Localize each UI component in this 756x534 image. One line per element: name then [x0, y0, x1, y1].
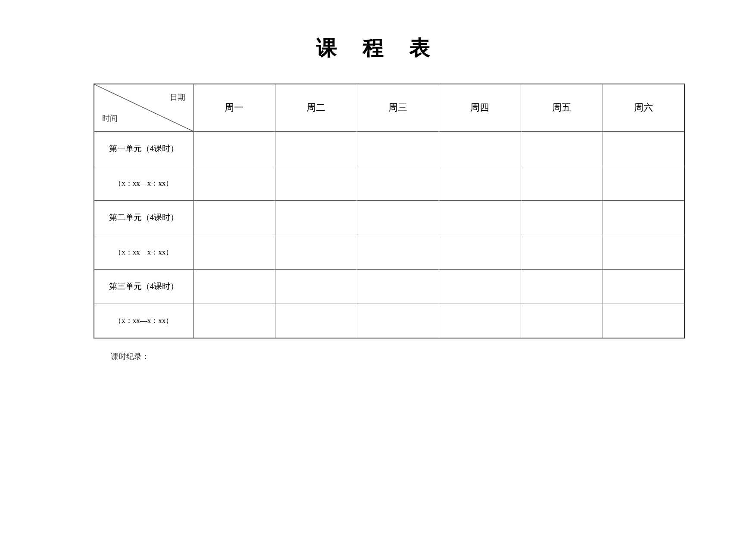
- schedule-cell[interactable]: [193, 166, 275, 200]
- page-container: 课 程 表 时间 日期: [76, 0, 680, 379]
- schedule-cell[interactable]: [603, 131, 684, 166]
- day-saturday: 周六: [603, 84, 684, 131]
- schedule-cell[interactable]: [275, 304, 357, 338]
- schedule-cell[interactable]: [439, 166, 521, 200]
- time-row: （x：xx—x：xx）: [94, 166, 684, 200]
- schedule-cell[interactable]: [521, 166, 603, 200]
- schedule-cell[interactable]: [603, 166, 684, 200]
- schedule-cell[interactable]: [193, 304, 275, 338]
- day-tuesday: 周二: [275, 84, 357, 131]
- schedule-cell[interactable]: [521, 235, 603, 269]
- day-thursday: 周四: [439, 84, 521, 131]
- schedule-cell[interactable]: [275, 235, 357, 269]
- schedule-cell[interactable]: [357, 269, 439, 304]
- schedule-cell[interactable]: [357, 200, 439, 235]
- schedule-cell[interactable]: [275, 200, 357, 235]
- unit-label: 第一单元（4课时）: [94, 131, 193, 166]
- time-label: （x：xx—x：xx）: [94, 235, 193, 269]
- schedule-cell[interactable]: [357, 235, 439, 269]
- schedule-cell[interactable]: [521, 269, 603, 304]
- schedule-cell[interactable]: [603, 269, 684, 304]
- corner-cell: 时间 日期: [94, 84, 193, 131]
- schedule-cell[interactable]: [439, 131, 521, 166]
- day-friday: 周五: [521, 84, 603, 131]
- time-row: （x：xx—x：xx）: [94, 235, 684, 269]
- unit-row: 第三单元（4课时）: [94, 269, 684, 304]
- schedule-cell[interactable]: [275, 269, 357, 304]
- time-row: （x：xx—x：xx）: [94, 304, 684, 338]
- corner-time-label: 时间: [102, 113, 118, 124]
- footer-note: 课时纪录：: [94, 351, 662, 362]
- day-monday: 周一: [193, 84, 275, 131]
- schedule-cell[interactable]: [439, 200, 521, 235]
- header-row: 时间 日期 周一 周二 周三 周四 周五 周六: [94, 84, 684, 131]
- svg-line-0: [94, 84, 193, 131]
- schedule-cell[interactable]: [521, 304, 603, 338]
- schedule-cell[interactable]: [193, 235, 275, 269]
- schedule-cell[interactable]: [521, 200, 603, 235]
- day-wednesday: 周三: [357, 84, 439, 131]
- schedule-cell[interactable]: [439, 235, 521, 269]
- schedule-cell[interactable]: [193, 269, 275, 304]
- schedule-cell[interactable]: [603, 235, 684, 269]
- schedule-cell[interactable]: [603, 304, 684, 338]
- unit-label: 第三单元（4课时）: [94, 269, 193, 304]
- schedule-cell[interactable]: [275, 166, 357, 200]
- schedule-cell[interactable]: [439, 304, 521, 338]
- unit-label: 第二单元（4课时）: [94, 200, 193, 235]
- time-label: （x：xx—x：xx）: [94, 304, 193, 338]
- schedule-cell[interactable]: [357, 166, 439, 200]
- corner-inner: 时间 日期: [94, 84, 193, 131]
- schedule-cell[interactable]: [357, 131, 439, 166]
- time-label: （x：xx—x：xx）: [94, 166, 193, 200]
- corner-diagonal-line: [94, 84, 193, 131]
- schedule-table: 时间 日期 周一 周二 周三 周四 周五 周六 第一单元（4课时）（x：xx—x…: [94, 84, 685, 338]
- schedule-cell[interactable]: [521, 131, 603, 166]
- schedule-cell[interactable]: [357, 304, 439, 338]
- schedule-cell[interactable]: [193, 200, 275, 235]
- unit-row: 第一单元（4课时）: [94, 131, 684, 166]
- schedule-cell[interactable]: [439, 269, 521, 304]
- unit-row: 第二单元（4课时）: [94, 200, 684, 235]
- page-title: 课 程 表: [94, 34, 662, 62]
- schedule-cell[interactable]: [193, 131, 275, 166]
- schedule-cell[interactable]: [603, 200, 684, 235]
- corner-date-label: 日期: [170, 92, 185, 102]
- schedule-cell[interactable]: [275, 131, 357, 166]
